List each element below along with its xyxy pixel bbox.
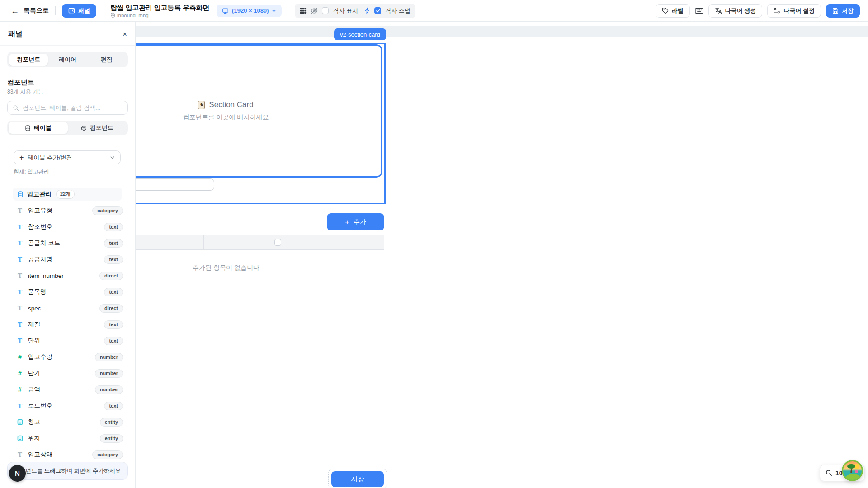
type-badge: direct bbox=[99, 272, 123, 280]
grid-show-checkbox[interactable] bbox=[322, 7, 329, 14]
joker-card-icon: ♞ bbox=[198, 101, 205, 109]
text-type-icon: T bbox=[16, 321, 24, 328]
section-card-title: Section Card bbox=[209, 100, 253, 109]
text-type-icon: T bbox=[16, 272, 24, 280]
add-row-button[interactable]: + 추가 bbox=[327, 213, 384, 230]
grid-tools-group: 격자 표시 격자 스냅 bbox=[295, 4, 415, 18]
panel-header: 패널 × bbox=[0, 22, 135, 46]
i18n-settings-label: 다국어 설정 bbox=[783, 7, 815, 15]
field-row[interactable]: T공급처명text bbox=[13, 251, 126, 267]
component-search[interactable] bbox=[7, 101, 128, 115]
field-row[interactable]: T로트번호text bbox=[13, 398, 126, 414]
type-badge: entity bbox=[100, 418, 123, 427]
field-row[interactable]: 위치entity bbox=[13, 430, 126, 446]
field-row[interactable]: T단위text bbox=[13, 333, 126, 349]
tab-layers[interactable]: 레이어 bbox=[48, 54, 87, 66]
i18n-generate-label: 다국어 생성 bbox=[725, 7, 756, 15]
toggle-components-label: 컴포넌트 bbox=[90, 124, 113, 132]
close-icon[interactable]: × bbox=[123, 30, 127, 38]
type-badge: text bbox=[104, 239, 123, 248]
drag-hint-suffix: 하여 화면에 추가하세요 bbox=[61, 468, 121, 474]
field-row[interactable]: #금액number bbox=[13, 381, 126, 398]
package-icon bbox=[81, 125, 87, 131]
lightning-icon bbox=[364, 7, 370, 14]
i18n-generate-button[interactable]: 다국어 생성 bbox=[708, 4, 763, 18]
type-badge: category bbox=[92, 206, 123, 215]
save-button-dropzone: 저장 bbox=[328, 469, 387, 488]
search-input[interactable] bbox=[23, 104, 123, 111]
island-widget-icon[interactable] bbox=[842, 460, 863, 481]
type-badge: text bbox=[104, 223, 123, 231]
field-row[interactable]: T재질text bbox=[13, 316, 126, 333]
top-toolbar: ← 목록으로 패널 탑씰 입고관리 입고등록 우측화면 inbound_mng bbox=[0, 0, 868, 22]
i18n-settings-button[interactable]: 다국어 설정 bbox=[767, 4, 821, 18]
divider bbox=[8, 182, 127, 182]
text-type-icon: T bbox=[16, 223, 24, 231]
type-badge: text bbox=[104, 402, 123, 410]
screen-title-block: 탑씰 입고관리 입고등록 우측화면 inbound_mng bbox=[110, 4, 209, 18]
resolution-selector[interactable]: (868 × 488) bbox=[217, 5, 282, 17]
select-all-checkbox[interactable] bbox=[274, 239, 281, 246]
header-right-group: 라벨 bbox=[656, 4, 860, 18]
text-type-icon: T bbox=[16, 305, 24, 312]
section-card-hint: 컴포넌트를 이곳에 배치하세요 bbox=[183, 113, 269, 122]
field-row[interactable]: T입고유형category bbox=[13, 202, 126, 219]
type-badge: number bbox=[95, 385, 123, 394]
field-row[interactable]: T공급처 코드text bbox=[13, 235, 126, 251]
eye-off-icon[interactable] bbox=[311, 7, 318, 14]
grid-show-label: 격자 표시 bbox=[333, 7, 358, 15]
chevron-down-icon bbox=[272, 9, 276, 13]
back-to-list-button[interactable]: ← 목록으로 bbox=[11, 7, 49, 15]
table-group-name: 입고관리 bbox=[27, 190, 52, 198]
divider bbox=[103, 6, 103, 15]
save-floppy-icon bbox=[832, 8, 839, 14]
plus-icon: + bbox=[19, 154, 24, 162]
keyboard-icon bbox=[695, 7, 703, 14]
panel-left-icon bbox=[68, 7, 75, 14]
toggle-tables[interactable]: 테이블 bbox=[9, 122, 68, 134]
check-icon bbox=[376, 9, 380, 13]
field-count-badge: 22개 bbox=[56, 190, 75, 199]
table-group-header[interactable]: 입고관리 22개 bbox=[13, 188, 122, 201]
save-screen-label: 저장 bbox=[842, 7, 854, 15]
toggle-components[interactable]: 컴포넌트 bbox=[68, 122, 127, 134]
field-row[interactable]: 창고entity bbox=[13, 414, 126, 430]
translate-icon bbox=[715, 7, 722, 14]
add-row-button-label: 추가 bbox=[354, 218, 366, 226]
palm-leaves-shape bbox=[847, 464, 855, 469]
panel-toggle-button[interactable]: 패널 bbox=[62, 4, 96, 18]
grid-snap-checkbox[interactable] bbox=[374, 7, 381, 14]
monitor-icon bbox=[222, 8, 229, 14]
notification-widget[interactable]: N bbox=[9, 465, 26, 482]
drag-hint-bold: 드래그 bbox=[44, 468, 61, 474]
field-row[interactable]: #입고수량number bbox=[13, 349, 126, 365]
page-title: 탑씰 입고관리 입고등록 우측화면 bbox=[110, 4, 209, 12]
grid-icon[interactable] bbox=[300, 7, 307, 14]
text-type-icon: T bbox=[16, 288, 24, 296]
label-button[interactable]: 라벨 bbox=[656, 4, 690, 18]
keyboard-shortcuts-button[interactable] bbox=[695, 7, 703, 14]
number-type-icon: # bbox=[16, 386, 24, 393]
tab-edit[interactable]: 편집 bbox=[87, 54, 126, 66]
field-row[interactable]: T참조번호text bbox=[13, 219, 126, 235]
entity-type-icon bbox=[16, 435, 24, 441]
database-icon bbox=[17, 191, 24, 197]
field-row[interactable]: Tspecdirect bbox=[13, 300, 126, 316]
field-row[interactable]: #단가number bbox=[13, 365, 126, 381]
text-type-icon: T bbox=[16, 239, 24, 247]
panel-title: 패널 bbox=[8, 29, 23, 39]
field-row[interactable]: T품목명text bbox=[13, 284, 126, 300]
grid-snap-label: 격자 스냅 bbox=[385, 7, 410, 15]
selection-tag-label: v2-section-card bbox=[340, 31, 380, 38]
field-row[interactable]: T입고상태category bbox=[13, 446, 126, 463]
text-type-icon: T bbox=[16, 207, 24, 215]
type-badge: text bbox=[104, 320, 123, 329]
panel-body: 컴포넌트 레이어 편집 컴포넌트 83개 사용 가능 bbox=[0, 46, 135, 488]
add-change-table-button[interactable]: + 테이블 추가/변경 bbox=[14, 150, 121, 164]
tab-components[interactable]: 컴포넌트 bbox=[9, 54, 48, 66]
resolution-value: (868 × 488) bbox=[232, 7, 269, 14]
field-row[interactable]: Titem_numberdirect bbox=[13, 267, 126, 284]
type-badge: text bbox=[104, 255, 123, 264]
canvas-save-button[interactable]: 저장 bbox=[331, 471, 384, 487]
save-screen-button[interactable]: 저장 bbox=[826, 4, 860, 18]
